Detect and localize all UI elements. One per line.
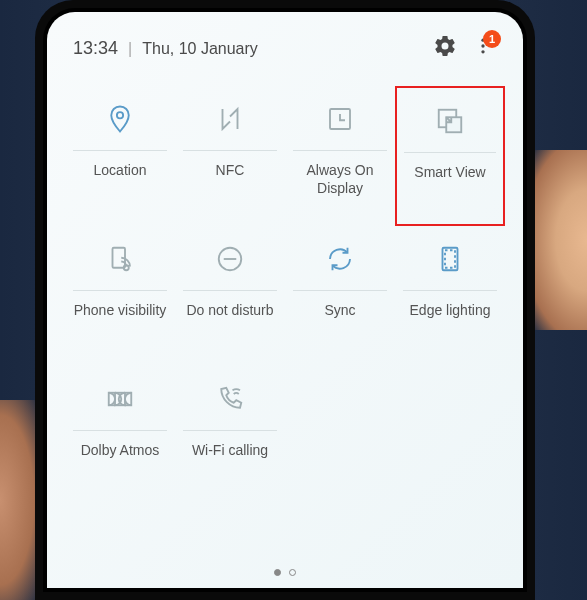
smart-view-icon: [435, 96, 465, 146]
svg-point-8: [124, 265, 129, 270]
tile-label: Wi-Fi calling: [188, 441, 272, 459]
tile-phone-visibility[interactable]: Phone visibility: [65, 226, 175, 366]
dolby-icon: [105, 374, 135, 424]
phone-frame: 13:34 | Thu, 10 January 1: [35, 0, 535, 600]
dnd-icon: [215, 234, 245, 284]
svg-rect-12: [445, 250, 455, 268]
tile-label: Always On Display: [285, 161, 395, 197]
sync-icon: [325, 234, 355, 284]
tile-label: Sync: [320, 301, 359, 319]
notification-badge: 1: [483, 30, 501, 48]
more-options-icon[interactable]: 1: [473, 36, 497, 60]
tile-label: Smart View: [410, 163, 489, 181]
tile-dolby-atmos[interactable]: Dolby Atmos: [65, 366, 175, 506]
tile-label: Edge lighting: [406, 301, 495, 319]
quick-settings-grid: Location NFC Always On Display: [65, 86, 505, 506]
clock: 13:34: [73, 38, 118, 59]
tile-wifi-calling[interactable]: Wi-Fi calling: [175, 366, 285, 506]
nfc-icon: [215, 94, 245, 144]
tile-label: Phone visibility: [70, 301, 171, 319]
tile-label: Do not disturb: [182, 301, 277, 319]
wifi-calling-icon: [215, 374, 245, 424]
tile-label: NFC: [212, 161, 249, 179]
tile-location[interactable]: Location: [65, 86, 175, 226]
tile-sync[interactable]: Sync: [285, 226, 395, 366]
page-dot-1: [274, 569, 281, 576]
page-indicator[interactable]: [274, 569, 296, 576]
svg-point-2: [481, 50, 484, 53]
edge-lighting-icon: [435, 234, 465, 284]
phone-visibility-icon: [105, 234, 135, 284]
date: Thu, 10 January: [142, 40, 258, 58]
quick-settings-panel: 13:34 | Thu, 10 January 1: [47, 12, 523, 588]
clock-square-icon: [325, 94, 355, 144]
tile-label: Location: [90, 161, 151, 179]
svg-point-3: [117, 112, 123, 118]
settings-icon[interactable]: [433, 34, 457, 62]
status-bar: 13:34 | Thu, 10 January 1: [65, 34, 505, 62]
divider: |: [128, 40, 132, 58]
tile-do-not-disturb[interactable]: Do not disturb: [175, 226, 285, 366]
tile-smart-view[interactable]: Smart View: [395, 86, 505, 226]
tile-always-on-display[interactable]: Always On Display: [285, 86, 395, 226]
tile-edge-lighting[interactable]: Edge lighting: [395, 226, 505, 366]
tile-nfc[interactable]: NFC: [175, 86, 285, 226]
location-icon: [105, 94, 135, 144]
page-dot-2: [289, 569, 296, 576]
tile-label: Dolby Atmos: [77, 441, 164, 459]
